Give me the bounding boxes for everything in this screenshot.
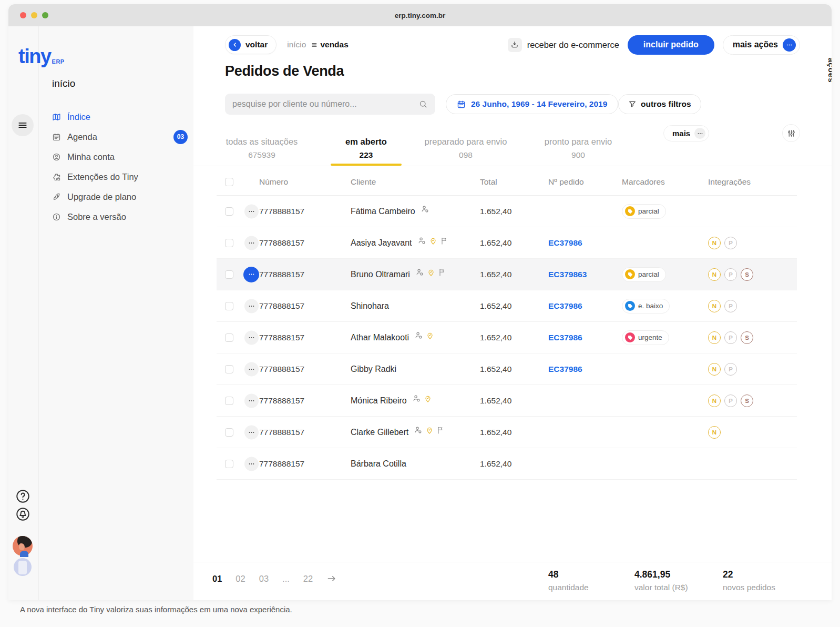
order-total: 1.652,40 [480, 333, 511, 342]
tag-icon [628, 335, 633, 340]
integration-badge-n[interactable]: N [708, 363, 721, 376]
order-id-link[interactable]: EC37986 [548, 333, 582, 342]
row-actions-button[interactable] [244, 425, 259, 439]
date-range-button[interactable]: 26 Junho, 1969 - 14 Fevereiro, 2019 [446, 94, 618, 114]
user-avatar[interactable] [13, 536, 34, 577]
order-id-link[interactable]: EC37986 [548, 238, 582, 248]
row-actions-button[interactable] [244, 362, 259, 376]
integration-badge-s[interactable]: S [741, 395, 753, 407]
tiny-logo[interactable]: tiny ERP [18, 46, 65, 66]
table-row[interactable]: 7778888157Shinohara1.652,40EC37986e. bai… [217, 290, 797, 322]
page-button-03[interactable]: 03 [259, 574, 269, 584]
tab-pronto-para-envio[interactable]: pronto para envio 900 [536, 137, 620, 160]
row-actions-button[interactable] [244, 236, 259, 250]
table-row[interactable]: 7778888157Mónica Ribeiro1.652,40NPS [217, 385, 797, 417]
integration-badge-n[interactable]: N [708, 395, 721, 407]
row-actions-button[interactable] [244, 457, 259, 471]
breadcrumb-inicio[interactable]: início [287, 40, 306, 49]
marker-badge[interactable]: e. baixo [622, 299, 670, 313]
sidebar-item-sobre[interactable]: Sobre a versão [52, 207, 188, 227]
row-checkbox[interactable] [225, 207, 233, 216]
page-button-02[interactable]: 02 [235, 574, 245, 584]
row-checkbox[interactable] [225, 460, 233, 468]
help-button[interactable] [15, 488, 30, 504]
table-row[interactable]: 7778888157Aasiya Jayavant1.652,40EC37986… [217, 227, 797, 259]
more-actions-button[interactable]: mais ações [723, 35, 800, 55]
sidebar-item-extencoes[interactable]: Extenções do Tiny [52, 167, 188, 187]
sidebar-item-upgrade[interactable]: Upgrade de plano [52, 187, 188, 207]
integration-badge-p[interactable]: P [724, 363, 737, 376]
order-id-link[interactable]: EC37986 [548, 365, 582, 374]
table-row[interactable]: 7778888157Bruno Oltramari1.652,40EC37986… [217, 259, 797, 290]
row-actions-button[interactable] [243, 267, 259, 282]
page-button-01[interactable]: 01 [212, 574, 222, 584]
notifications-button[interactable] [15, 506, 30, 522]
sidebar-item-indice[interactable]: Índice [52, 107, 188, 127]
row-checkbox[interactable] [225, 270, 233, 279]
integration-badge-n[interactable]: N [708, 300, 721, 312]
integration-badge-n[interactable]: N [708, 237, 721, 249]
row-actions-button[interactable] [244, 393, 259, 408]
row-actions-button[interactable] [244, 330, 259, 345]
marker-badge[interactable]: parcial [622, 204, 666, 219]
order-id-link[interactable]: EC379863 [548, 270, 587, 279]
row-checkbox[interactable] [225, 365, 233, 373]
row-checkbox[interactable] [225, 397, 233, 405]
order-id-link[interactable]: EC37986 [548, 301, 582, 311]
pagination: 01 02 03 ... 22 [212, 573, 337, 584]
integration-badge-p[interactable]: P [724, 395, 737, 407]
page-button-22[interactable]: 22 [303, 574, 313, 584]
row-checkbox[interactable] [225, 239, 233, 247]
integration-badge-p[interactable]: P [724, 331, 737, 344]
integration-badge-p[interactable]: P [724, 300, 737, 312]
list-icon [311, 42, 318, 48]
table-row[interactable]: 7778888157Clarke Gillebert1.652,40N [217, 417, 797, 448]
table-row[interactable]: 7778888157Fátima Cambeiro1.652,40parcial [217, 196, 797, 227]
table-row[interactable]: 7778888157Athar Malakooti1.652,40EC37986… [217, 322, 797, 353]
marker-badge[interactable]: parcial [622, 267, 666, 282]
table-row[interactable]: 7778888157Gibby Radki1.652,40EC37986NP [217, 353, 797, 385]
tab-em-aberto[interactable]: em aberto 223 [331, 137, 402, 160]
table-row[interactable]: 7778888157Bárbara Cotilla1.652,40 [217, 448, 797, 480]
hamburger-menu-button[interactable] [12, 114, 34, 136]
next-page-button[interactable] [326, 573, 337, 584]
integration-badge-p[interactable]: P [724, 237, 737, 249]
sidebar-item-label: Extenções do Tiny [67, 172, 138, 182]
integration-badge-n[interactable]: N [708, 426, 721, 439]
active-tab-underline [331, 164, 402, 166]
row-checkbox[interactable] [225, 428, 233, 437]
row-actions-button[interactable] [244, 204, 259, 218]
receive-ecommerce-button[interactable]: receber do e-commerce [508, 38, 619, 52]
integration-badge-n[interactable]: N [708, 331, 721, 344]
address-bar[interactable]: erp.tiny.com.br [8, 12, 832, 19]
search-input[interactable] [232, 99, 418, 109]
stat-label: novos pedidos [723, 583, 775, 592]
integration-badge-s[interactable]: S [741, 268, 753, 281]
search-icon[interactable] [418, 99, 428, 109]
client-name: Fátima Cambeiro [351, 207, 415, 216]
tab-preparado-para-envio[interactable]: preparado para envio 098 [424, 137, 508, 160]
row-actions-button[interactable] [244, 299, 259, 313]
row-checkbox[interactable] [225, 333, 233, 342]
order-number: 7778888157 [259, 301, 304, 311]
breadcrumb-vendas[interactable]: vendas [311, 40, 348, 49]
include-order-button[interactable]: incluir pedido [628, 35, 714, 55]
sidebar-item-minha-conta[interactable]: Minha conta [52, 147, 188, 167]
other-filters-button[interactable]: outros filtros [618, 94, 701, 114]
integration-badge-s[interactable]: S [741, 331, 753, 344]
marker-label: parcial [638, 207, 659, 215]
marker-badge[interactable]: urgente [622, 330, 669, 345]
tab-todas-as-situacoes[interactable]: todas as situações 675939 [225, 137, 299, 160]
sidebar-item-agenda[interactable]: Agenda 03 [52, 127, 188, 147]
ellipsis-icon [248, 397, 255, 404]
back-button[interactable]: voltar [225, 35, 276, 54]
calendar-icon [52, 133, 61, 141]
ellipsis-icon [248, 366, 255, 372]
order-number: 7778888157 [259, 459, 304, 469]
row-checkbox[interactable] [225, 302, 233, 310]
other-filters-label: outros filtros [641, 99, 691, 109]
integration-badge-p[interactable]: P [724, 268, 737, 281]
breadcrumb: início vendas [287, 40, 349, 49]
client-name: Shinohara [351, 301, 389, 311]
integration-badge-n[interactable]: N [708, 268, 721, 281]
